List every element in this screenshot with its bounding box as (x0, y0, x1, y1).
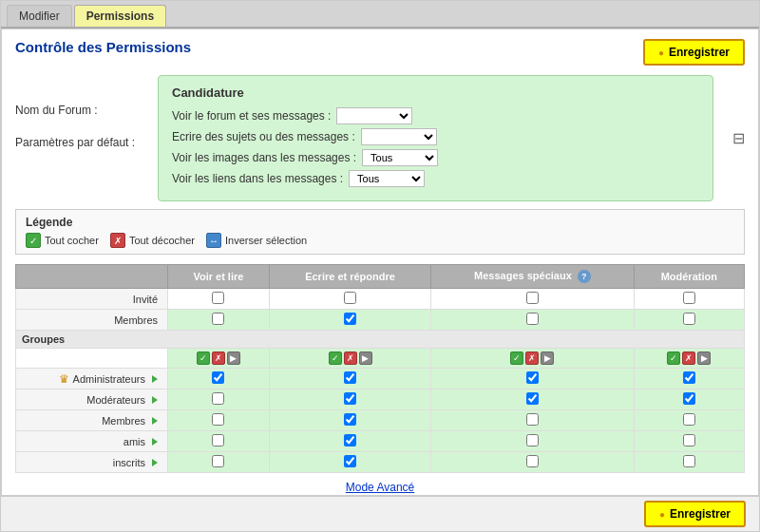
legend-items: ✓ Tout cocher ✗ Tout décocher ↔ Inverser… (26, 233, 734, 248)
row-label-invite: Invité (16, 289, 168, 310)
checkbox-inscrits-voir[interactable] (212, 455, 224, 467)
inscrits-expand-arrow[interactable] (152, 459, 158, 466)
field-voir-liens: Voir les liens dans les messages : TousM… (172, 170, 699, 187)
field-ecrire: Ecrire des sujets ou des messages : Tous… (172, 128, 699, 145)
checkbox-membres-voir[interactable] (212, 313, 224, 325)
amis-name: amis (124, 436, 145, 447)
cell-amis-messages (431, 431, 634, 452)
icon-arrow-ecrire[interactable]: ▶ (359, 352, 372, 365)
tout-decocher-icon: ✗ (110, 233, 125, 248)
checkbox-amis-ecrire[interactable] (344, 434, 356, 446)
field-voir-images-select[interactable]: TousMembresAucun (362, 149, 438, 166)
checkbox-admin-messages[interactable] (526, 371, 539, 384)
modos-name: Modérateurs (86, 394, 145, 406)
inverser-item[interactable]: ↔ Inverser sélection (206, 233, 307, 248)
field-ecrire-select[interactable]: TousMembresAucun (361, 128, 437, 145)
tout-decocher-item[interactable]: ✗ Tout décocher (110, 233, 195, 248)
checkbox-modos-messages[interactable] (526, 392, 539, 405)
cell-amis-moderation (634, 431, 744, 452)
checkbox-invite-moderation[interactable] (683, 292, 695, 304)
icon-check-all-ecrire[interactable]: ✓ (329, 352, 342, 365)
icon-arrow-messages[interactable]: ▶ (541, 352, 554, 365)
icon-uncheck-all-ecrire[interactable]: ✗ (344, 352, 357, 365)
checkbox-amis-messages[interactable] (526, 434, 539, 446)
amis-expand-arrow[interactable] (152, 438, 158, 446)
enregistrer-bottom-button[interactable]: Enregistrer (644, 501, 746, 527)
checkbox-inscrits-ecrire[interactable] (344, 455, 356, 467)
row-label-modos: Modérateurs (16, 390, 168, 410)
checkbox-modos-voir[interactable] (212, 392, 224, 405)
table-row: ♛ Administrateurs (16, 369, 745, 390)
checkbox-amis-moderation[interactable] (683, 434, 695, 446)
col-header-moderation: Modération (634, 265, 744, 289)
icon-arrow-moderation[interactable]: ▶ (697, 352, 711, 365)
checkbox-membres-ecrire[interactable] (344, 313, 356, 325)
crown-icon: ♛ (59, 372, 69, 386)
candidature-box: Candidature Voir le forum et ses message… (158, 75, 713, 201)
checkbox-membres-moderation[interactable] (683, 313, 695, 325)
modos-expand-arrow[interactable] (152, 396, 158, 404)
candidature-title: Candidature (172, 86, 699, 100)
tout-decocher-label: Tout décocher (129, 235, 195, 246)
table-row: Membres (16, 310, 745, 331)
tout-cocher-item[interactable]: ✓ Tout cocher (26, 233, 99, 248)
checkbox-membresg-messages[interactable] (526, 413, 539, 426)
checkbox-invite-ecrire[interactable] (344, 292, 356, 304)
icon-arrow-voir[interactable]: ▶ (227, 352, 240, 365)
icon-uncheck-all-messages[interactable]: ✗ (525, 352, 539, 365)
field-voir-forum-label: Voir le forum et ses messages : (172, 109, 331, 123)
enregistrer-top-button[interactable]: Enregistrer (643, 39, 745, 66)
mode-avance-link[interactable]: Mode Avancé (15, 481, 745, 494)
checkbox-membresg-ecrire[interactable] (344, 413, 356, 426)
inverser-icon: ↔ (206, 233, 221, 248)
cell-inscrits-moderation (634, 452, 744, 473)
checkbox-modos-moderation[interactable] (683, 392, 695, 405)
tout-cocher-label: Tout cocher (45, 235, 99, 246)
checkbox-admin-ecrire[interactable] (344, 371, 356, 384)
checkbox-modos-ecrire[interactable] (344, 392, 356, 405)
icon-uncheck-all-moderation[interactable]: ✗ (682, 352, 695, 365)
main-content: Contrôle des Permissions Enregistrer Nom… (1, 28, 759, 496)
page-title: Contrôle des Permissions (15, 39, 191, 55)
tab-modifier[interactable]: Modifier (7, 5, 72, 27)
checkbox-admin-moderation[interactable] (683, 371, 695, 384)
icon-uncheck-all-voir[interactable]: ✗ (212, 352, 225, 365)
checkbox-membresg-moderation[interactable] (683, 413, 695, 426)
col-header-ecrire: Ecrire et répondre (269, 265, 431, 289)
field-voir-images-label: Voir les images dans les messages : (172, 151, 356, 164)
cell-admin-moderation (634, 369, 744, 390)
cell-invite-messages (431, 289, 634, 310)
icon-check-all-messages[interactable]: ✓ (510, 352, 523, 365)
page-header: Contrôle des Permissions Enregistrer (15, 39, 745, 66)
cell-membresg-voir (168, 410, 270, 431)
field-voir-liens-select[interactable]: TousMembresAucun (349, 170, 425, 187)
app-window: Modifier Permissions Contrôle des Permis… (0, 0, 760, 532)
checkbox-amis-voir[interactable] (212, 434, 224, 446)
checkbox-inscrits-messages[interactable] (526, 455, 539, 467)
messages-speciaux-help-icon[interactable]: ? (578, 270, 591, 283)
params-defaut-label: Paramètres par défaut : (15, 134, 139, 149)
cell-modos-messages (431, 390, 634, 410)
checkbox-membres-messages[interactable] (526, 313, 539, 325)
checkbox-membresg-voir[interactable] (212, 413, 224, 426)
cell-modos-voir (168, 390, 270, 410)
checkbox-admin-voir[interactable] (212, 371, 224, 384)
permissions-table: Voir et lire Ecrire et répondre Messages… (15, 264, 745, 473)
checkbox-invite-voir[interactable] (212, 292, 224, 304)
cell-inscrits-voir (168, 452, 270, 473)
field-voir-forum-select[interactable]: TousMembresAucun (336, 107, 412, 124)
icon-check-all-moderation[interactable]: ✓ (667, 352, 680, 365)
checkbox-inscrits-moderation[interactable] (683, 455, 695, 467)
cell-membresg-ecrire (269, 410, 431, 431)
membres-group-expand-arrow[interactable] (152, 417, 158, 425)
cell-invite-ecrire (269, 289, 431, 310)
icon-check-all-voir[interactable]: ✓ (197, 352, 210, 365)
row-label-inscrits: inscrits (16, 452, 168, 473)
cell-membres-voir (168, 310, 270, 331)
admin-expand-arrow[interactable] (152, 375, 158, 383)
table-row: amis (16, 431, 745, 452)
table-row: inscrits (16, 452, 745, 473)
checkbox-invite-messages[interactable] (526, 292, 539, 304)
tab-permissions[interactable]: Permissions (74, 5, 166, 27)
cell-membres-moderation (634, 310, 744, 331)
